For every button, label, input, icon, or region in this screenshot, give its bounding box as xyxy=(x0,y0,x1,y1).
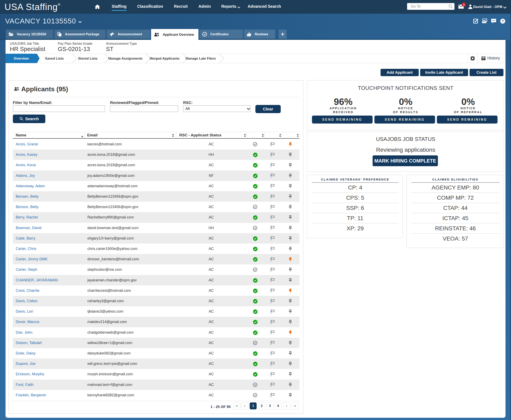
svg-text:?: ? xyxy=(502,19,504,23)
